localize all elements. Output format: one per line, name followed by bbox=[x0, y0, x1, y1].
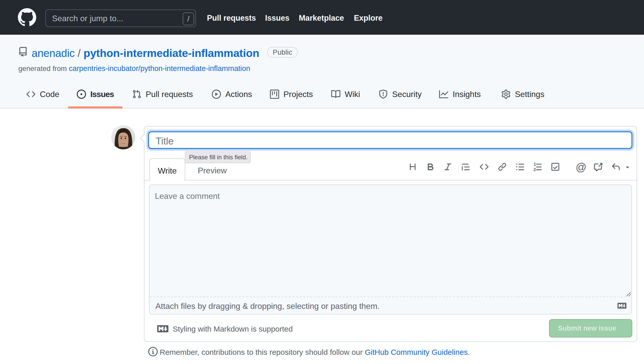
svg-text:2: 2 bbox=[534, 167, 536, 171]
svg-text:1: 1 bbox=[534, 162, 536, 166]
